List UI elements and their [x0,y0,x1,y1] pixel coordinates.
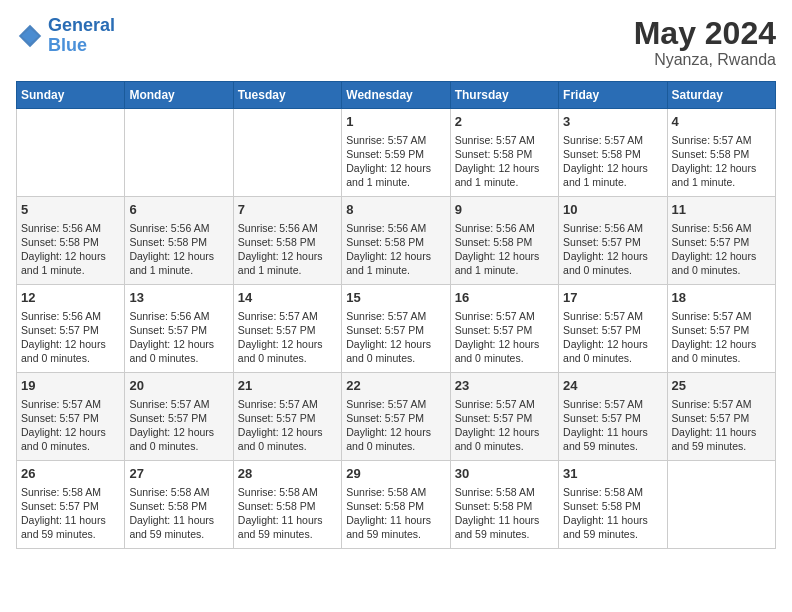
day-info: Sunrise: 5:57 AM Sunset: 5:57 PM Dayligh… [21,397,120,454]
day-info: Sunrise: 5:56 AM Sunset: 5:57 PM Dayligh… [129,309,228,366]
calendar-cell: 27Sunrise: 5:58 AM Sunset: 5:58 PM Dayli… [125,461,233,549]
day-number: 16 [455,289,554,307]
day-number: 4 [672,113,771,131]
calendar-cell [17,109,125,197]
calendar-cell: 25Sunrise: 5:57 AM Sunset: 5:57 PM Dayli… [667,373,775,461]
header-tuesday: Tuesday [233,82,341,109]
day-info: Sunrise: 5:56 AM Sunset: 5:58 PM Dayligh… [346,221,445,278]
day-number: 17 [563,289,662,307]
day-info: Sunrise: 5:56 AM Sunset: 5:57 PM Dayligh… [672,221,771,278]
location-subtitle: Nyanza, Rwanda [634,51,776,69]
day-number: 21 [238,377,337,395]
day-number: 5 [21,201,120,219]
calendar-cell: 8Sunrise: 5:56 AM Sunset: 5:58 PM Daylig… [342,197,450,285]
day-number: 8 [346,201,445,219]
calendar-week-3: 12Sunrise: 5:56 AM Sunset: 5:57 PM Dayli… [17,285,776,373]
day-number: 22 [346,377,445,395]
day-number: 10 [563,201,662,219]
calendar-cell: 30Sunrise: 5:58 AM Sunset: 5:58 PM Dayli… [450,461,558,549]
day-info: Sunrise: 5:58 AM Sunset: 5:58 PM Dayligh… [455,485,554,542]
day-info: Sunrise: 5:57 AM Sunset: 5:57 PM Dayligh… [238,397,337,454]
calendar-cell: 28Sunrise: 5:58 AM Sunset: 5:58 PM Dayli… [233,461,341,549]
calendar-cell: 21Sunrise: 5:57 AM Sunset: 5:57 PM Dayli… [233,373,341,461]
header-row: Sunday Monday Tuesday Wednesday Thursday… [17,82,776,109]
day-number: 23 [455,377,554,395]
calendar-week-2: 5Sunrise: 5:56 AM Sunset: 5:58 PM Daylig… [17,197,776,285]
day-info: Sunrise: 5:58 AM Sunset: 5:58 PM Dayligh… [129,485,228,542]
calendar-table: Sunday Monday Tuesday Wednesday Thursday… [16,81,776,549]
calendar-cell: 31Sunrise: 5:58 AM Sunset: 5:58 PM Dayli… [559,461,667,549]
day-info: Sunrise: 5:57 AM Sunset: 5:58 PM Dayligh… [672,133,771,190]
day-info: Sunrise: 5:57 AM Sunset: 5:57 PM Dayligh… [346,397,445,454]
calendar-cell: 24Sunrise: 5:57 AM Sunset: 5:57 PM Dayli… [559,373,667,461]
month-year-title: May 2024 [634,16,776,51]
day-info: Sunrise: 5:57 AM Sunset: 5:57 PM Dayligh… [455,309,554,366]
calendar-cell: 26Sunrise: 5:58 AM Sunset: 5:57 PM Dayli… [17,461,125,549]
header-saturday: Saturday [667,82,775,109]
day-info: Sunrise: 5:57 AM Sunset: 5:57 PM Dayligh… [672,397,771,454]
day-info: Sunrise: 5:56 AM Sunset: 5:58 PM Dayligh… [455,221,554,278]
header-thursday: Thursday [450,82,558,109]
title-block: May 2024 Nyanza, Rwanda [634,16,776,69]
day-info: Sunrise: 5:58 AM Sunset: 5:57 PM Dayligh… [21,485,120,542]
day-number: 15 [346,289,445,307]
calendar-cell: 16Sunrise: 5:57 AM Sunset: 5:57 PM Dayli… [450,285,558,373]
day-info: Sunrise: 5:57 AM Sunset: 5:57 PM Dayligh… [238,309,337,366]
calendar-week-1: 1Sunrise: 5:57 AM Sunset: 5:59 PM Daylig… [17,109,776,197]
day-info: Sunrise: 5:57 AM Sunset: 5:57 PM Dayligh… [455,397,554,454]
day-info: Sunrise: 5:56 AM Sunset: 5:57 PM Dayligh… [563,221,662,278]
day-number: 26 [21,465,120,483]
day-info: Sunrise: 5:56 AM Sunset: 5:58 PM Dayligh… [129,221,228,278]
calendar-cell: 1Sunrise: 5:57 AM Sunset: 5:59 PM Daylig… [342,109,450,197]
page-header: General Blue May 2024 Nyanza, Rwanda [16,16,776,69]
day-number: 18 [672,289,771,307]
day-number: 28 [238,465,337,483]
calendar-cell: 29Sunrise: 5:58 AM Sunset: 5:58 PM Dayli… [342,461,450,549]
day-number: 6 [129,201,228,219]
day-info: Sunrise: 5:57 AM Sunset: 5:57 PM Dayligh… [346,309,445,366]
calendar-cell: 19Sunrise: 5:57 AM Sunset: 5:57 PM Dayli… [17,373,125,461]
calendar-cell [125,109,233,197]
day-number: 9 [455,201,554,219]
day-number: 7 [238,201,337,219]
day-number: 19 [21,377,120,395]
day-info: Sunrise: 5:57 AM Sunset: 5:59 PM Dayligh… [346,133,445,190]
calendar-cell: 3Sunrise: 5:57 AM Sunset: 5:58 PM Daylig… [559,109,667,197]
calendar-body: 1Sunrise: 5:57 AM Sunset: 5:59 PM Daylig… [17,109,776,549]
day-number: 11 [672,201,771,219]
calendar-header: Sunday Monday Tuesday Wednesday Thursday… [17,82,776,109]
day-number: 31 [563,465,662,483]
day-number: 30 [455,465,554,483]
day-number: 29 [346,465,445,483]
calendar-cell: 23Sunrise: 5:57 AM Sunset: 5:57 PM Dayli… [450,373,558,461]
calendar-cell: 22Sunrise: 5:57 AM Sunset: 5:57 PM Dayli… [342,373,450,461]
calendar-cell: 14Sunrise: 5:57 AM Sunset: 5:57 PM Dayli… [233,285,341,373]
day-info: Sunrise: 5:58 AM Sunset: 5:58 PM Dayligh… [563,485,662,542]
day-info: Sunrise: 5:57 AM Sunset: 5:57 PM Dayligh… [129,397,228,454]
calendar-cell: 4Sunrise: 5:57 AM Sunset: 5:58 PM Daylig… [667,109,775,197]
calendar-cell: 18Sunrise: 5:57 AM Sunset: 5:57 PM Dayli… [667,285,775,373]
day-info: Sunrise: 5:57 AM Sunset: 5:57 PM Dayligh… [563,309,662,366]
day-info: Sunrise: 5:57 AM Sunset: 5:58 PM Dayligh… [563,133,662,190]
day-info: Sunrise: 5:58 AM Sunset: 5:58 PM Dayligh… [238,485,337,542]
calendar-cell: 2Sunrise: 5:57 AM Sunset: 5:58 PM Daylig… [450,109,558,197]
calendar-cell: 15Sunrise: 5:57 AM Sunset: 5:57 PM Dayli… [342,285,450,373]
header-friday: Friday [559,82,667,109]
day-number: 1 [346,113,445,131]
day-number: 20 [129,377,228,395]
calendar-cell [233,109,341,197]
calendar-cell: 12Sunrise: 5:56 AM Sunset: 5:57 PM Dayli… [17,285,125,373]
day-number: 25 [672,377,771,395]
calendar-cell [667,461,775,549]
day-info: Sunrise: 5:58 AM Sunset: 5:58 PM Dayligh… [346,485,445,542]
header-monday: Monday [125,82,233,109]
day-number: 2 [455,113,554,131]
day-info: Sunrise: 5:57 AM Sunset: 5:58 PM Dayligh… [455,133,554,190]
header-sunday: Sunday [17,82,125,109]
calendar-cell: 7Sunrise: 5:56 AM Sunset: 5:58 PM Daylig… [233,197,341,285]
day-info: Sunrise: 5:57 AM Sunset: 5:57 PM Dayligh… [563,397,662,454]
day-number: 14 [238,289,337,307]
calendar-cell: 10Sunrise: 5:56 AM Sunset: 5:57 PM Dayli… [559,197,667,285]
calendar-cell: 6Sunrise: 5:56 AM Sunset: 5:58 PM Daylig… [125,197,233,285]
day-info: Sunrise: 5:56 AM Sunset: 5:57 PM Dayligh… [21,309,120,366]
